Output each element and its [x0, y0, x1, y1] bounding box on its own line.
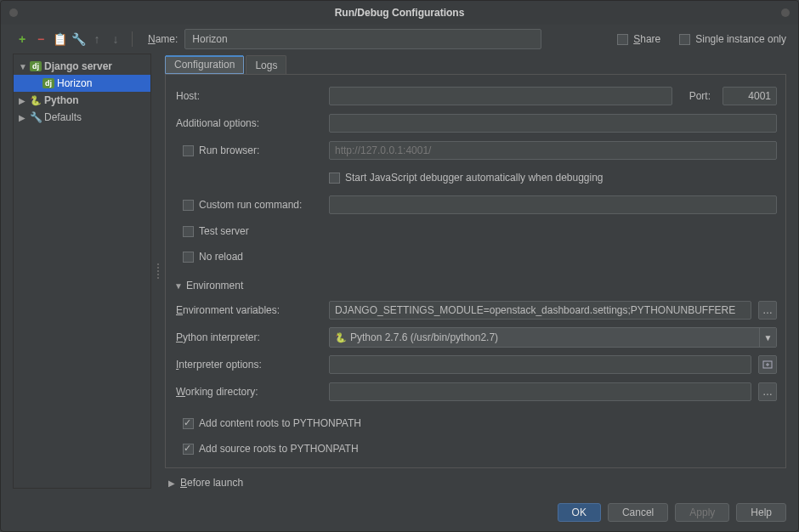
django-icon: dj [30, 61, 42, 71]
checkbox-icon [329, 173, 340, 184]
copy-config-icon[interactable]: 📋 [54, 33, 65, 45]
config-tree[interactable]: ▼ dj Django server dj Horizon ▶ 🐍 Python… [13, 54, 151, 489]
custom-run-row: Custom run command: [174, 194, 777, 216]
chevron-down-icon: ▼ [174, 281, 183, 291]
settings-icon[interactable]: 🔧 [72, 33, 84, 45]
main-panel: Configuration Logs Host: Port: Additiona… [165, 54, 786, 489]
tree-node-python[interactable]: ▶ 🐍 Python [14, 92, 150, 109]
checkbox-checked-icon [183, 444, 194, 455]
start-js-checkbox[interactable]: Start JavaScript debugger automatically … [329, 172, 604, 184]
env-vars-input[interactable]: DJANGO_SETTINGS_MODULE=openstack_dashboa… [329, 301, 751, 320]
host-label: Host: [174, 90, 322, 102]
working-directory-input[interactable] [329, 382, 751, 401]
interpreter-row: Python interpreter: 🐍 Python 2.7.6 (/usr… [174, 326, 777, 348]
tab-configuration[interactable]: Configuration [165, 55, 244, 74]
host-row: Host: Port: [174, 85, 777, 107]
checkbox-icon [183, 200, 194, 211]
port-label: Port: [679, 90, 716, 102]
name-label: Name: [148, 33, 178, 45]
tree-node-horizon[interactable]: dj Horizon [14, 75, 150, 92]
apply-button[interactable]: Apply [675, 503, 729, 522]
env-vars-row: Environment variables: DJANGO_SETTINGS_M… [174, 299, 777, 321]
additional-options-row: Additional options: [174, 112, 777, 134]
run-browser-input[interactable]: http://127.0.0.1:4001/ [329, 141, 777, 160]
configuration-panel: Host: Port: Additional options: Run brow… [165, 74, 786, 468]
expand-field-button[interactable] [758, 355, 777, 374]
env-vars-label: Environment variables: [174, 304, 322, 316]
titlebar: Run/Debug Configurations [1, 1, 798, 25]
dialog-window: Run/Debug Configurations + − 📋 🔧 ↑ ↓ Nam… [0, 0, 799, 532]
remove-config-icon[interactable]: − [35, 33, 47, 45]
tree-expand-icon: ▼ [19, 62, 27, 71]
python-icon: 🐍 [30, 95, 42, 105]
run-browser-checkbox[interactable]: Run browser: [174, 144, 322, 156]
tree-collapse-icon: ▶ [19, 96, 27, 105]
name-input[interactable] [184, 29, 541, 49]
checkbox-icon [183, 226, 194, 237]
cancel-button[interactable]: Cancel [608, 503, 668, 522]
environment-section-header[interactable]: ▼ Environment [174, 277, 777, 294]
checkbox-icon [183, 145, 194, 156]
working-dir-row: Working directory: … [174, 381, 777, 403]
python-interpreter-select[interactable]: 🐍 Python 2.7.6 (/usr/bin/python2.7) ▼ [329, 327, 777, 348]
single-instance-checkbox[interactable]: Single instance only [679, 33, 786, 45]
additional-options-input[interactable] [329, 114, 777, 133]
python-icon: 🐍 [335, 332, 347, 342]
tree-node-defaults[interactable]: ▶ 🔧 Defaults [14, 109, 150, 126]
share-checkbox[interactable]: Share [617, 33, 660, 45]
add-content-roots-checkbox[interactable]: Add content roots to PYTHONPATH [174, 413, 777, 433]
env-vars-browse-button[interactable]: … [758, 301, 777, 320]
dialog-title: Run/Debug Configurations [335, 7, 465, 19]
move-up-icon[interactable]: ↑ [91, 33, 103, 45]
python-interpreter-label: Python interpreter: [174, 331, 322, 343]
checkbox-icon [617, 34, 628, 45]
before-launch-section[interactable]: ▶ Before launch [165, 468, 786, 489]
add-source-roots-checkbox[interactable]: Add source roots to PYTHONPATH [174, 439, 777, 459]
separator [132, 31, 133, 47]
working-directory-browse-button[interactable]: … [758, 382, 777, 401]
host-input[interactable] [329, 87, 672, 105]
ok-button[interactable]: OK [558, 503, 601, 522]
tab-logs[interactable]: Logs [246, 55, 286, 74]
checkbox-checked-icon [183, 418, 194, 429]
splitter-handle[interactable] [156, 54, 160, 489]
top-toolbar-row: + − 📋 🔧 ↑ ↓ Name: Share Single instance … [1, 25, 798, 54]
checkbox-icon [679, 34, 690, 45]
django-icon: dj [42, 78, 54, 88]
interpreter-options-label: Interpreter options: [174, 359, 322, 371]
move-down-icon[interactable]: ↓ [110, 33, 122, 45]
window-close-icon[interactable] [781, 8, 790, 17]
custom-run-input[interactable] [329, 195, 777, 214]
test-server-checkbox[interactable]: Test server [174, 221, 777, 241]
wrench-icon: 🔧 [30, 112, 42, 122]
window-menu-icon[interactable] [9, 8, 18, 17]
no-reload-checkbox[interactable]: No reload [174, 246, 777, 267]
expand-icon [762, 359, 773, 370]
help-button[interactable]: Help [736, 503, 786, 522]
tab-bar: Configuration Logs [165, 54, 786, 74]
add-config-icon[interactable]: + [16, 33, 28, 45]
tree-node-django-server[interactable]: ▼ dj Django server [14, 58, 150, 75]
chevron-right-icon: ▶ [168, 478, 175, 488]
dialog-body: ▼ dj Django server dj Horizon ▶ 🐍 Python… [1, 54, 798, 494]
checkbox-icon [183, 252, 194, 263]
working-directory-label: Working directory: [174, 386, 322, 398]
start-js-row: Start JavaScript debugger automatically … [174, 167, 777, 189]
run-browser-row: Run browser: http://127.0.0.1:4001/ [174, 139, 777, 161]
config-toolbar: + − 📋 🔧 ↑ ↓ [16, 31, 136, 47]
tree-collapse-icon: ▶ [19, 113, 27, 122]
port-input[interactable] [722, 87, 777, 105]
dialog-footer: OK Cancel Apply Help [1, 494, 798, 531]
custom-run-checkbox[interactable]: Custom run command: [174, 199, 322, 211]
chevron-down-icon: ▼ [759, 328, 776, 347]
interpreter-options-input[interactable] [329, 355, 751, 374]
interpreter-options-row: Interpreter options: [174, 354, 777, 376]
additional-options-label: Additional options: [174, 117, 322, 129]
